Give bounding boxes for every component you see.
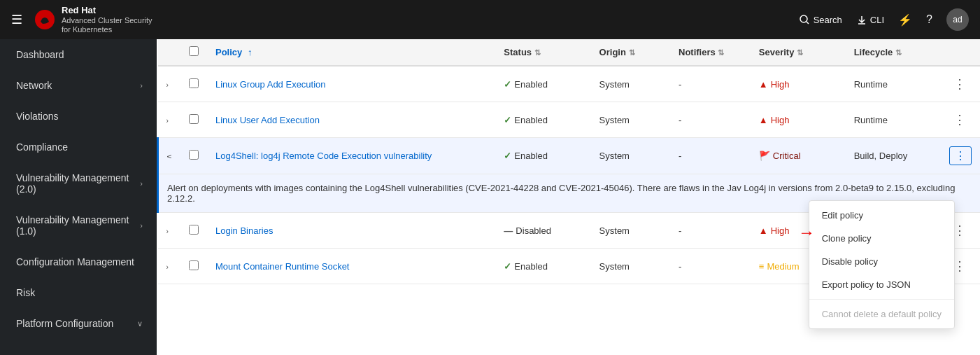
search-icon <box>800 15 809 25</box>
origin-cell: System <box>591 66 670 102</box>
row-checkbox[interactable] <box>189 150 199 160</box>
table-row: › Linux Group Add Execution ✓ Enabled Sy… <box>158 66 981 102</box>
row-checkbox[interactable] <box>189 114 199 124</box>
content-area: Policy ↑ Status ⇅ Origin ⇅ Notifiers ⇅ S… <box>157 39 980 355</box>
row-action-button[interactable]: ⋮ <box>949 111 970 129</box>
row-action-button-active[interactable]: ⋮ <box>949 146 972 165</box>
expand-button[interactable]: › <box>166 81 169 89</box>
policy-name-cell: Log4Shell: log4j Remote Code Execution v… <box>207 138 495 174</box>
context-menu-clone[interactable]: Clone policy <box>809 227 954 250</box>
search-button[interactable]: Search <box>800 15 842 25</box>
table-row: › Linux User Add Execution ✓ Enabled Sys… <box>158 102 981 138</box>
expand-cell: › <box>158 213 181 249</box>
main-layout: Dashboard Network › Violations Complianc… <box>0 39 980 355</box>
col-checkbox-header <box>180 39 207 66</box>
expand-cell: › <box>158 249 181 284</box>
expand-button[interactable]: › <box>166 263 169 271</box>
col-policy-header[interactable]: Policy ↑ <box>207 39 495 66</box>
checkbox-cell <box>180 66 207 102</box>
origin-cell: System <box>591 138 670 174</box>
expand-button[interactable]: › <box>166 228 169 235</box>
sidebar-item-network[interactable]: Network › <box>0 70 157 101</box>
context-menu-disable[interactable]: Disable policy <box>809 250 954 273</box>
policy-name-cell: Login Binaries <box>207 213 495 249</box>
context-menu-export[interactable]: Export policy to JSON <box>809 273 954 296</box>
sidebar-item-violations[interactable]: Violations <box>0 101 157 132</box>
col-lifecycle-header[interactable]: Lifecycle ⇅ <box>846 39 941 66</box>
checkbox-cell <box>180 138 207 174</box>
col-action-header <box>941 39 980 66</box>
col-notifiers-header[interactable]: Notifiers ⇅ <box>670 39 751 66</box>
context-menu-edit[interactable]: Edit policy <box>809 204 954 227</box>
sidebar-item-platform-config[interactable]: Platform Configuration ∨ <box>0 308 157 339</box>
top-nav-right: Search CLI ⚡ ? ad <box>800 8 969 31</box>
checkbox-cell <box>180 213 207 249</box>
col-expand-header <box>158 39 181 66</box>
expand-button[interactable]: › <box>166 117 169 125</box>
user-avatar[interactable]: ad <box>946 8 969 31</box>
svg-point-1 <box>800 15 807 22</box>
policy-link[interactable]: Mount Container Runtime Socket <box>215 261 349 272</box>
expand-button[interactable]: ∨ <box>166 154 173 159</box>
sidebar-item-config-mgmt[interactable]: Configuration Management <box>0 246 157 277</box>
severity-cell: ▲ High <box>751 66 846 102</box>
severity-cell: ▲ High <box>751 102 846 138</box>
notifiers-cell: - <box>670 138 751 174</box>
sidebar-item-vuln-mgmt-1[interactable]: Vulnerability Management (1.0) › <box>0 204 157 246</box>
origin-cell: System <box>591 102 670 138</box>
sidebar-item-vuln-mgmt-2[interactable]: Vulnerability Management (2.0) › <box>0 162 157 204</box>
policy-link[interactable]: Log4Shell: log4j Remote Code Execution v… <box>215 151 432 161</box>
row-checkbox[interactable] <box>189 260 199 270</box>
cli-button[interactable]: CLI <box>856 15 884 25</box>
logo: Red Hat Advanced Cluster Security for Ku… <box>34 5 152 34</box>
col-status-header[interactable]: Status ⇅ <box>495 39 590 66</box>
policy-link[interactable]: Linux User Add Execution <box>215 115 320 125</box>
hamburger-menu[interactable]: ☰ <box>11 12 22 27</box>
severity-icon: ▲ <box>759 79 768 90</box>
severity-icon: ▲ <box>759 115 768 125</box>
lifecycle-cell: Runtime <box>846 102 941 138</box>
sidebar-item-compliance[interactable]: Compliance <box>0 132 157 162</box>
status-cell: — Disabled <box>495 213 590 249</box>
expand-cell: › <box>158 66 181 102</box>
context-menu-delete: Cannot delete a default policy <box>809 302 954 326</box>
lifecycle-cell: Build, Deploy <box>846 138 941 174</box>
sort-icon: ⇅ <box>718 48 724 57</box>
row-action-button[interactable]: ⋮ <box>949 75 970 93</box>
origin-cell: System <box>591 213 670 249</box>
origin-cell: System <box>591 249 670 284</box>
notifiers-cell: - <box>670 249 751 284</box>
sort-icon: ⇅ <box>895 48 902 57</box>
status-cell: ✓ Enabled <box>495 102 590 138</box>
checkbox-cell <box>180 249 207 284</box>
row-checkbox[interactable] <box>189 225 199 235</box>
table-row-expanded: ∨ Log4Shell: log4j Remote Code Execution… <box>158 138 981 174</box>
policy-link[interactable]: Linux Group Add Execution <box>215 79 326 90</box>
chevron-right-icon: › <box>140 81 143 90</box>
download-icon <box>856 15 867 25</box>
chevron-right-icon: › <box>140 221 143 230</box>
row-checkbox[interactable] <box>189 78 199 88</box>
status-cell: ✓ Enabled <box>495 249 590 284</box>
select-all-checkbox[interactable] <box>189 46 199 56</box>
severity-icon: ≡ <box>759 261 765 272</box>
sidebar-item-dashboard[interactable]: Dashboard <box>0 39 157 70</box>
chevron-right-icon: › <box>140 179 143 188</box>
policy-name-cell: Linux User Add Execution <box>207 102 495 138</box>
col-origin-header[interactable]: Origin ⇅ <box>591 39 670 66</box>
help-icon[interactable]: ? <box>926 13 932 26</box>
status-cell: ✓ Enabled <box>495 66 590 102</box>
col-severity-header[interactable]: Severity ⇅ <box>751 39 846 66</box>
policy-name-cell: Mount Container Runtime Socket <box>207 249 495 284</box>
expand-cell: ∨ <box>158 138 181 174</box>
notifiers-cell: - <box>670 213 751 249</box>
sidebar: Dashboard Network › Violations Complianc… <box>0 39 157 355</box>
action-cell: ⋮ <box>941 66 980 102</box>
action-cell: ⋮ <box>941 102 980 138</box>
notifiers-cell: - <box>670 102 751 138</box>
sidebar-item-risk[interactable]: Risk <box>0 277 157 308</box>
policy-link[interactable]: Login Binaries <box>215 225 273 236</box>
expand-cell: › <box>158 102 181 138</box>
activity-icon[interactable]: ⚡ <box>898 13 912 27</box>
context-menu-divider <box>809 299 954 300</box>
